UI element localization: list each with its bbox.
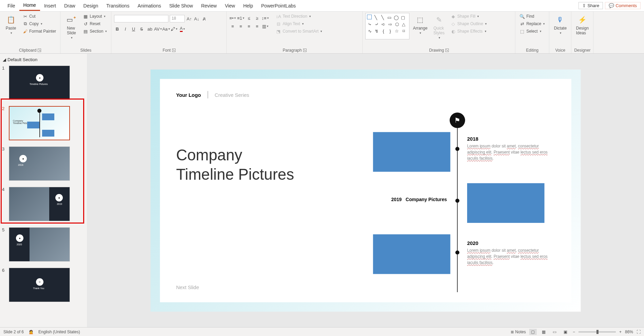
increase-indent-button[interactable]: ≥ — [254, 15, 260, 21]
tab-animations[interactable]: Animations — [133, 1, 165, 11]
shrink-font-button[interactable]: A↓ — [194, 16, 200, 22]
tab-view[interactable]: View — [221, 1, 239, 11]
strike-button[interactable]: S̶ — [139, 26, 145, 32]
font-name-combo[interactable] — [114, 15, 168, 22]
cut-button[interactable]: ✂Cut — [21, 13, 57, 20]
tab-insert[interactable]: Insert — [40, 1, 60, 11]
shape-tri-icon[interactable]: △ — [401, 21, 406, 27]
font-size-combo[interactable]: 18 — [170, 15, 185, 22]
notes-button[interactable]: ≣ Notes — [511, 330, 526, 334]
select-button[interactable]: ⬚Select — [518, 28, 546, 35]
slide-panel[interactable]: ◢ Default Section 1 ■ Timeline Pictures … — [0, 54, 87, 327]
char-spacing-button[interactable]: AV — [155, 26, 161, 32]
arrange-button[interactable]: ⬚ Arrange — [411, 13, 429, 36]
accessibility-icon[interactable]: 🙍 — [29, 330, 34, 334]
shape-textbox-icon[interactable] — [367, 15, 372, 19]
quick-styles-button[interactable]: ✎ Quick Styles — [431, 13, 447, 41]
tab-powerpointlabs[interactable]: PowerPointLabs — [257, 1, 300, 11]
zoom-out-button[interactable]: − — [573, 330, 575, 334]
shape-conn-icon[interactable]: ↯ — [374, 28, 379, 34]
align-right-button[interactable]: ≡ — [246, 23, 252, 29]
thumb-4[interactable]: 4 ■ 2019 — [2, 187, 84, 221]
shape-arrow4-icon[interactable]: ⇨ — [387, 21, 393, 27]
paste-button[interactable]: 📋 Paste — [3, 13, 19, 36]
shape-line2-icon[interactable]: ╲ — [380, 15, 385, 20]
new-slide-button[interactable]: ▭✦ New Slide — [63, 13, 79, 41]
shape-callout-icon[interactable]: ⌑ — [401, 28, 406, 34]
timeline-box-2018[interactable] — [373, 132, 450, 172]
zoom-level[interactable]: 86% — [625, 330, 633, 334]
drawing-launcher[interactable]: ↘ — [445, 49, 449, 52]
tab-design[interactable]: Design — [79, 1, 103, 11]
shape-arrow1-icon[interactable]: ⤷ — [367, 21, 372, 27]
fit-to-window-button[interactable]: ⛶ — [637, 330, 641, 334]
thumb-6[interactable]: 6 ⊙ Thank You — [2, 268, 84, 302]
thumb-5[interactable]: 5 ■ 2020 — [2, 227, 84, 262]
slide-canvas[interactable]: Your Logo Creative Series Company Timeli… — [87, 54, 644, 327]
section-header[interactable]: ◢ Default Section — [2, 56, 84, 64]
justify-button[interactable]: ≡ — [254, 23, 260, 29]
timeline-box-2020[interactable] — [373, 234, 450, 274]
tab-review[interactable]: Review — [197, 1, 221, 11]
shape-curve-icon[interactable]: ∿ — [367, 28, 372, 34]
tab-file[interactable]: File — [3, 1, 19, 11]
copy-button[interactable]: ⧉Copy — [21, 20, 57, 27]
underline-button[interactable]: U — [130, 26, 136, 32]
thumb-3[interactable]: 3 ■ 2018 — [2, 146, 84, 181]
shape-arrow3-icon[interactable]: ➪ — [381, 21, 386, 27]
slideshow-view-button[interactable]: ▣ — [562, 329, 569, 335]
shape-fill-button[interactable]: ◆Shape Fill — [449, 13, 488, 20]
layout-button[interactable]: ▦Layout — [81, 13, 108, 20]
thumb-1[interactable]: 1 ■ Timeline Pictures — [2, 66, 84, 100]
format-painter-button[interactable]: 🖌Format Painter — [21, 28, 57, 35]
tab-transitions[interactable]: Transitions — [102, 1, 133, 11]
align-center-button[interactable]: ≡ — [238, 23, 244, 29]
decrease-indent-button[interactable]: ≤ — [246, 15, 252, 21]
clear-format-button[interactable]: A̷ — [201, 16, 207, 22]
shape-hex-icon[interactable]: ⬡ — [394, 21, 400, 27]
convert-smartart-button[interactable]: ⬔Convert to SmartArt — [274, 28, 324, 35]
zoom-slider[interactable] — [578, 331, 616, 333]
font-color-button[interactable]: A — [179, 26, 185, 32]
replace-button[interactable]: ⇄Replace — [518, 20, 546, 27]
shape-brace2-icon[interactable]: } — [387, 28, 393, 34]
dictate-button[interactable]: 🎙 Dictate — [552, 13, 568, 36]
text-direction-button[interactable]: ↕AText Direction — [274, 13, 324, 20]
section-collapse-icon[interactable]: ◢ — [3, 57, 6, 62]
reset-button[interactable]: ↺Reset — [81, 20, 108, 27]
clipboard-launcher[interactable]: ↘ — [38, 49, 41, 52]
align-text-button[interactable]: ⊟Align Text — [274, 20, 324, 27]
shape-arrow2-icon[interactable]: ⤶ — [374, 21, 379, 27]
align-left-button[interactable]: ≡ — [229, 23, 236, 29]
status-language[interactable]: English (United States) — [38, 330, 80, 334]
tab-help[interactable]: Help — [239, 1, 257, 11]
share-button[interactable]: ⇪Share — [578, 2, 603, 9]
normal-view-button[interactable]: ▢ — [529, 329, 537, 335]
bullets-button[interactable]: ≡• — [229, 15, 236, 21]
shape-oval-icon[interactable]: ◯ — [393, 15, 399, 20]
font-launcher[interactable]: ↘ — [172, 49, 176, 52]
zoom-in-button[interactable]: + — [619, 330, 622, 334]
timeline-box-2019[interactable] — [467, 183, 544, 223]
numbering-button[interactable]: ≡1 — [238, 15, 244, 21]
tab-draw[interactable]: Draw — [60, 1, 79, 11]
tab-slideshow[interactable]: Slide Show — [165, 1, 197, 11]
highlight-button[interactable]: 🖍 — [171, 26, 177, 32]
bold-button[interactable]: B — [114, 26, 120, 32]
thumb-2[interactable]: 2 CompanyTimeline Pictures — [2, 106, 84, 140]
grow-font-button[interactable]: A↑ — [186, 16, 192, 22]
line-spacing-button[interactable]: ↕≡ — [262, 15, 268, 21]
shape-brace1-icon[interactable]: { — [381, 28, 386, 34]
italic-button[interactable]: I — [122, 26, 128, 32]
shape-effects-button[interactable]: ◐Shape Effects — [449, 28, 488, 35]
shape-star-icon[interactable]: ☆ — [394, 28, 400, 34]
comments-button[interactable]: 💬Comments — [605, 2, 641, 9]
slide-content[interactable]: Your Logo Creative Series Company Timeli… — [160, 79, 571, 302]
reading-view-button[interactable]: ▭ — [551, 329, 558, 335]
design-ideas-button[interactable]: ⚡ Design Ideas — [574, 13, 590, 37]
shape-outline-button[interactable]: ◇Shape Outline — [449, 20, 488, 27]
shadow-button[interactable]: ab — [147, 26, 153, 32]
shape-rect-icon[interactable]: ▭ — [387, 15, 392, 20]
paragraph-launcher[interactable]: ↘ — [303, 49, 307, 52]
shape-line-icon[interactable]: ╲ — [373, 15, 379, 20]
